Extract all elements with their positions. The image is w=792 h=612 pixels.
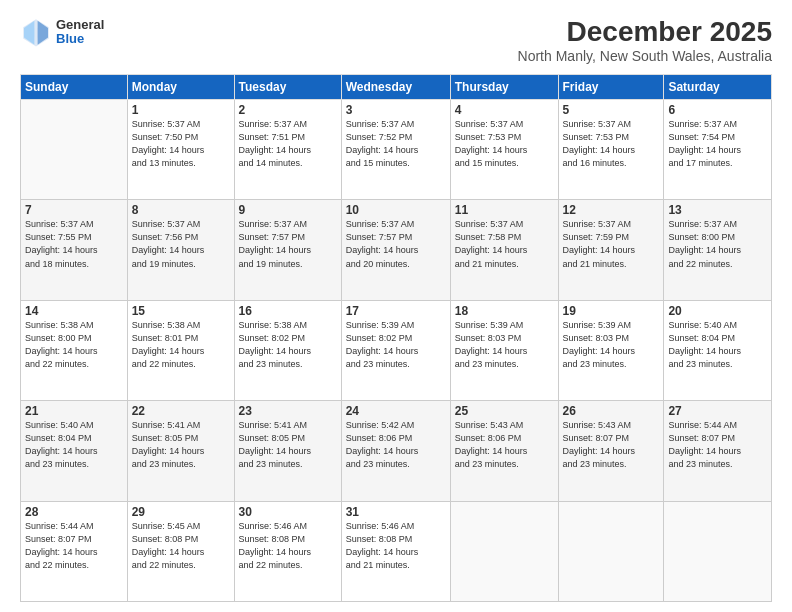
day-number: 21 bbox=[25, 404, 123, 418]
day-number: 26 bbox=[563, 404, 660, 418]
day-of-week-header: Friday bbox=[558, 75, 664, 100]
day-info: Sunrise: 5:44 AM Sunset: 8:07 PM Dayligh… bbox=[25, 520, 123, 572]
day-info: Sunrise: 5:37 AM Sunset: 8:00 PM Dayligh… bbox=[668, 218, 767, 270]
day-of-week-header: Saturday bbox=[664, 75, 772, 100]
day-number: 27 bbox=[668, 404, 767, 418]
day-of-week-header: Sunday bbox=[21, 75, 128, 100]
day-info: Sunrise: 5:37 AM Sunset: 7:55 PM Dayligh… bbox=[25, 218, 123, 270]
title-section: December 2025 North Manly, New South Wal… bbox=[518, 16, 772, 64]
day-number: 25 bbox=[455, 404, 554, 418]
day-info: Sunrise: 5:38 AM Sunset: 8:01 PM Dayligh… bbox=[132, 319, 230, 371]
day-info: Sunrise: 5:37 AM Sunset: 7:52 PM Dayligh… bbox=[346, 118, 446, 170]
calendar-week-row: 7Sunrise: 5:37 AM Sunset: 7:55 PM Daylig… bbox=[21, 200, 772, 300]
calendar-cell bbox=[558, 501, 664, 601]
day-number: 1 bbox=[132, 103, 230, 117]
day-number: 11 bbox=[455, 203, 554, 217]
day-info: Sunrise: 5:43 AM Sunset: 8:06 PM Dayligh… bbox=[455, 419, 554, 471]
calendar-cell: 18Sunrise: 5:39 AM Sunset: 8:03 PM Dayli… bbox=[450, 300, 558, 400]
day-info: Sunrise: 5:40 AM Sunset: 8:04 PM Dayligh… bbox=[25, 419, 123, 471]
day-number: 8 bbox=[132, 203, 230, 217]
day-info: Sunrise: 5:38 AM Sunset: 8:02 PM Dayligh… bbox=[239, 319, 337, 371]
day-info: Sunrise: 5:37 AM Sunset: 7:53 PM Dayligh… bbox=[563, 118, 660, 170]
day-number: 15 bbox=[132, 304, 230, 318]
day-number: 9 bbox=[239, 203, 337, 217]
day-number: 6 bbox=[668, 103, 767, 117]
day-info: Sunrise: 5:37 AM Sunset: 7:57 PM Dayligh… bbox=[346, 218, 446, 270]
calendar-cell: 23Sunrise: 5:41 AM Sunset: 8:05 PM Dayli… bbox=[234, 401, 341, 501]
day-number: 22 bbox=[132, 404, 230, 418]
day-number: 14 bbox=[25, 304, 123, 318]
calendar-cell: 8Sunrise: 5:37 AM Sunset: 7:56 PM Daylig… bbox=[127, 200, 234, 300]
calendar-cell: 26Sunrise: 5:43 AM Sunset: 8:07 PM Dayli… bbox=[558, 401, 664, 501]
calendar-cell bbox=[450, 501, 558, 601]
day-number: 4 bbox=[455, 103, 554, 117]
day-info: Sunrise: 5:39 AM Sunset: 8:02 PM Dayligh… bbox=[346, 319, 446, 371]
calendar-cell: 9Sunrise: 5:37 AM Sunset: 7:57 PM Daylig… bbox=[234, 200, 341, 300]
calendar-cell: 4Sunrise: 5:37 AM Sunset: 7:53 PM Daylig… bbox=[450, 100, 558, 200]
day-of-week-header: Thursday bbox=[450, 75, 558, 100]
day-info: Sunrise: 5:39 AM Sunset: 8:03 PM Dayligh… bbox=[563, 319, 660, 371]
calendar-cell bbox=[21, 100, 128, 200]
calendar-cell: 16Sunrise: 5:38 AM Sunset: 8:02 PM Dayli… bbox=[234, 300, 341, 400]
calendar-cell: 27Sunrise: 5:44 AM Sunset: 8:07 PM Dayli… bbox=[664, 401, 772, 501]
calendar-cell: 12Sunrise: 5:37 AM Sunset: 7:59 PM Dayli… bbox=[558, 200, 664, 300]
day-info: Sunrise: 5:45 AM Sunset: 8:08 PM Dayligh… bbox=[132, 520, 230, 572]
calendar-week-row: 14Sunrise: 5:38 AM Sunset: 8:00 PM Dayli… bbox=[21, 300, 772, 400]
day-info: Sunrise: 5:37 AM Sunset: 7:51 PM Dayligh… bbox=[239, 118, 337, 170]
month-title: December 2025 bbox=[518, 16, 772, 48]
day-number: 31 bbox=[346, 505, 446, 519]
day-number: 3 bbox=[346, 103, 446, 117]
calendar-cell: 24Sunrise: 5:42 AM Sunset: 8:06 PM Dayli… bbox=[341, 401, 450, 501]
day-of-week-header: Monday bbox=[127, 75, 234, 100]
header: General Blue December 2025 North Manly, … bbox=[20, 16, 772, 64]
day-number: 13 bbox=[668, 203, 767, 217]
logo: General Blue bbox=[20, 16, 104, 48]
calendar-cell: 20Sunrise: 5:40 AM Sunset: 8:04 PM Dayli… bbox=[664, 300, 772, 400]
calendar-cell: 11Sunrise: 5:37 AM Sunset: 7:58 PM Dayli… bbox=[450, 200, 558, 300]
day-number: 2 bbox=[239, 103, 337, 117]
calendar-cell: 15Sunrise: 5:38 AM Sunset: 8:01 PM Dayli… bbox=[127, 300, 234, 400]
day-number: 29 bbox=[132, 505, 230, 519]
calendar-cell: 30Sunrise: 5:46 AM Sunset: 8:08 PM Dayli… bbox=[234, 501, 341, 601]
calendar-cell: 3Sunrise: 5:37 AM Sunset: 7:52 PM Daylig… bbox=[341, 100, 450, 200]
day-info: Sunrise: 5:37 AM Sunset: 7:54 PM Dayligh… bbox=[668, 118, 767, 170]
day-number: 20 bbox=[668, 304, 767, 318]
calendar-cell: 21Sunrise: 5:40 AM Sunset: 8:04 PM Dayli… bbox=[21, 401, 128, 501]
calendar-cell: 19Sunrise: 5:39 AM Sunset: 8:03 PM Dayli… bbox=[558, 300, 664, 400]
day-info: Sunrise: 5:41 AM Sunset: 8:05 PM Dayligh… bbox=[132, 419, 230, 471]
calendar-cell: 7Sunrise: 5:37 AM Sunset: 7:55 PM Daylig… bbox=[21, 200, 128, 300]
calendar-cell: 5Sunrise: 5:37 AM Sunset: 7:53 PM Daylig… bbox=[558, 100, 664, 200]
calendar-cell: 1Sunrise: 5:37 AM Sunset: 7:50 PM Daylig… bbox=[127, 100, 234, 200]
calendar-cell: 14Sunrise: 5:38 AM Sunset: 8:00 PM Dayli… bbox=[21, 300, 128, 400]
calendar-cell: 25Sunrise: 5:43 AM Sunset: 8:06 PM Dayli… bbox=[450, 401, 558, 501]
calendar-cell: 17Sunrise: 5:39 AM Sunset: 8:02 PM Dayli… bbox=[341, 300, 450, 400]
page: General Blue December 2025 North Manly, … bbox=[0, 0, 792, 612]
day-info: Sunrise: 5:37 AM Sunset: 7:56 PM Dayligh… bbox=[132, 218, 230, 270]
calendar-cell: 13Sunrise: 5:37 AM Sunset: 8:00 PM Dayli… bbox=[664, 200, 772, 300]
logo-blue-text: Blue bbox=[56, 32, 104, 46]
day-number: 12 bbox=[563, 203, 660, 217]
calendar-cell: 10Sunrise: 5:37 AM Sunset: 7:57 PM Dayli… bbox=[341, 200, 450, 300]
day-number: 17 bbox=[346, 304, 446, 318]
calendar-cell: 2Sunrise: 5:37 AM Sunset: 7:51 PM Daylig… bbox=[234, 100, 341, 200]
calendar-cell: 28Sunrise: 5:44 AM Sunset: 8:07 PM Dayli… bbox=[21, 501, 128, 601]
day-number: 28 bbox=[25, 505, 123, 519]
day-info: Sunrise: 5:37 AM Sunset: 7:50 PM Dayligh… bbox=[132, 118, 230, 170]
logo-general-text: General bbox=[56, 18, 104, 32]
day-number: 10 bbox=[346, 203, 446, 217]
day-info: Sunrise: 5:46 AM Sunset: 8:08 PM Dayligh… bbox=[239, 520, 337, 572]
calendar-header-row: SundayMondayTuesdayWednesdayThursdayFrid… bbox=[21, 75, 772, 100]
day-info: Sunrise: 5:37 AM Sunset: 7:57 PM Dayligh… bbox=[239, 218, 337, 270]
calendar-cell: 29Sunrise: 5:45 AM Sunset: 8:08 PM Dayli… bbox=[127, 501, 234, 601]
day-info: Sunrise: 5:37 AM Sunset: 7:59 PM Dayligh… bbox=[563, 218, 660, 270]
day-number: 16 bbox=[239, 304, 337, 318]
location: North Manly, New South Wales, Australia bbox=[518, 48, 772, 64]
calendar-cell: 22Sunrise: 5:41 AM Sunset: 8:05 PM Dayli… bbox=[127, 401, 234, 501]
logo-icon bbox=[20, 16, 52, 48]
day-of-week-header: Tuesday bbox=[234, 75, 341, 100]
day-number: 19 bbox=[563, 304, 660, 318]
calendar-cell: 31Sunrise: 5:46 AM Sunset: 8:08 PM Dayli… bbox=[341, 501, 450, 601]
day-number: 5 bbox=[563, 103, 660, 117]
day-number: 7 bbox=[25, 203, 123, 217]
day-number: 30 bbox=[239, 505, 337, 519]
